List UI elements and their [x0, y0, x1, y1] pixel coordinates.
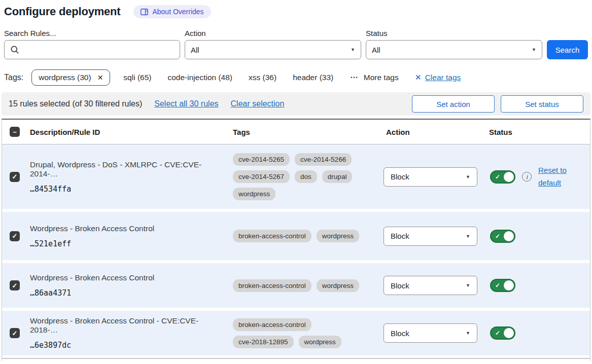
- ellipsis-icon: •••: [351, 75, 358, 80]
- tag-item-header[interactable]: header (33): [293, 73, 333, 82]
- tag-pill: broken-access-control: [233, 230, 311, 242]
- action-filter-field: Action All ▼: [185, 29, 361, 59]
- rule-id: …84534ffa: [30, 185, 225, 194]
- tags-label: Tags:: [4, 73, 23, 82]
- tag-pill: cve-2014-5266: [295, 153, 352, 166]
- selection-summary: 15 rules selected (of 30 filtered rules): [9, 99, 142, 108]
- check-icon: ✓: [495, 173, 500, 180]
- tag-pill: wordpress: [317, 279, 359, 292]
- column-header-tags: Tags: [229, 128, 384, 136]
- tags-bar: Tags: wordpress (30) ✕ sqli (65) code-in…: [0, 69, 592, 86]
- rules-table: − Description/Rule ID Tags Action Status…: [2, 119, 590, 361]
- chevron-down-icon: ▼: [466, 174, 470, 179]
- tag-item-xss[interactable]: xss (36): [249, 73, 276, 82]
- action-value: Block: [391, 232, 409, 240]
- rule-tags: broken-access-control wordpress: [229, 224, 369, 248]
- tag-pill: wordpress: [317, 230, 359, 242]
- action-select[interactable]: Block ▼: [384, 227, 477, 246]
- search-button[interactable]: Search: [547, 40, 588, 59]
- action-filter-label: Action: [185, 29, 361, 38]
- configure-deployment-page: Configure deployment About Overrides Sea…: [0, 0, 592, 361]
- chevron-down-icon: ▼: [466, 331, 470, 336]
- rule-tags: broken-access-control cve-2018-12895 wor…: [229, 312, 369, 354]
- table-row: ✓ Wordpress - Broken Access Control …521…: [2, 212, 590, 260]
- search-icon: [10, 45, 19, 54]
- rule-tags: broken-access-control wordpress: [229, 273, 369, 298]
- clear-selection-link[interactable]: Clear selection: [231, 99, 285, 108]
- table-header: − Description/Rule ID Tags Action Status: [2, 120, 590, 144]
- chevron-down-icon: ▼: [466, 283, 470, 288]
- tag-pill: cve-2014-5267: [233, 170, 290, 183]
- page-header: Configure deployment About Overrides: [0, 0, 592, 18]
- row-checkbox[interactable]: ✓: [10, 280, 20, 290]
- search-rules-input[interactable]: [4, 40, 180, 59]
- status-filter-value: All: [372, 46, 380, 54]
- reset-to-default-link[interactable]: Reset to default: [538, 164, 571, 190]
- action-select[interactable]: Block ▼: [384, 323, 477, 343]
- toggle-knob: [504, 280, 514, 290]
- action-value: Block: [391, 281, 409, 290]
- status-filter-label: Status: [366, 29, 542, 38]
- status-toggle[interactable]: ✓: [490, 230, 515, 243]
- status-filter-select[interactable]: All ▼: [366, 40, 542, 59]
- tag-item-code-injection[interactable]: code-injection (48): [168, 73, 233, 82]
- info-icon[interactable]: i: [522, 172, 532, 181]
- remove-tag-icon[interactable]: ✕: [97, 74, 103, 82]
- action-select[interactable]: Block ▼: [384, 276, 477, 295]
- chevron-down-icon: ▼: [351, 47, 355, 52]
- action-value: Block: [391, 329, 409, 338]
- page-title: Configure deployment: [4, 5, 120, 18]
- about-overrides-label: About Overrides: [152, 8, 203, 16]
- rule-id: …521e1eff: [30, 239, 225, 248]
- tag-pill: broken-access-control: [233, 318, 311, 331]
- tag-item-sqli[interactable]: sqli (65): [123, 73, 151, 82]
- clear-tags-button[interactable]: ✕ Clear tags: [415, 73, 461, 82]
- more-tags-label: More tags: [364, 73, 399, 82]
- set-action-button[interactable]: Set action: [412, 95, 495, 113]
- check-icon: ✓: [495, 330, 500, 337]
- selection-bar: 15 rules selected (of 30 filtered rules)…: [2, 92, 590, 116]
- column-header-description: Description/Rule ID: [26, 128, 229, 136]
- status-toggle[interactable]: ✓: [490, 170, 515, 184]
- row-checkbox[interactable]: ✓: [10, 172, 20, 182]
- tag-pill: wordpress: [299, 336, 341, 348]
- rule-id: …86aa4371: [30, 288, 225, 298]
- row-checkbox[interactable]: ✓: [10, 328, 20, 338]
- more-tags-button[interactable]: ••• More tags: [351, 73, 398, 82]
- tag-pill: broken-access-control: [233, 279, 311, 292]
- selected-tag-wordpress[interactable]: wordpress (30) ✕: [31, 69, 110, 86]
- action-filter-value: All: [191, 46, 199, 54]
- tag-pill: dos: [295, 170, 317, 183]
- book-icon: [141, 9, 148, 15]
- toggle-knob: [504, 172, 514, 182]
- check-icon: ✓: [495, 282, 500, 289]
- column-header-status: Status: [485, 128, 590, 136]
- tag-pill: wordpress: [233, 188, 275, 200]
- row-checkbox[interactable]: ✓: [10, 231, 20, 241]
- select-all-link[interactable]: Select all 30 rules: [154, 99, 218, 108]
- chevron-down-icon: ▼: [532, 47, 536, 52]
- table-row: ✓ Wordpress - Broken Access Control …86a…: [2, 263, 590, 308]
- clear-tags-label: Clear tags: [425, 73, 461, 82]
- selected-tag-label: wordpress (30): [39, 73, 91, 82]
- select-all-checkbox[interactable]: −: [10, 127, 20, 137]
- action-value: Block: [391, 172, 409, 181]
- action-select[interactable]: Block ▼: [384, 167, 477, 187]
- rule-description: Wordpress - Broken Access Control: [30, 273, 225, 282]
- about-overrides-badge[interactable]: About Overrides: [133, 5, 211, 18]
- rule-id: …6e3897dc: [30, 341, 225, 350]
- rule-description: Wordpress - Broken Access Control: [30, 224, 225, 233]
- bulk-actions: Set action Set status: [412, 95, 583, 113]
- set-status-button[interactable]: Set status: [501, 95, 583, 113]
- status-toggle[interactable]: ✓: [490, 279, 515, 292]
- toggle-knob: [504, 231, 514, 241]
- search-rules-label: Search Rules...: [4, 29, 180, 38]
- table-row: ✓ Wordpress - Broken Access Control - CV…: [2, 311, 590, 355]
- action-filter-select[interactable]: All ▼: [185, 40, 361, 59]
- check-icon: ✓: [495, 233, 500, 240]
- tag-pill: drupal: [322, 170, 353, 183]
- column-header-action: Action: [384, 128, 485, 136]
- tag-pill: cve-2018-12895: [233, 336, 294, 348]
- status-toggle[interactable]: ✓: [490, 326, 515, 340]
- rule-tags: cve-2014-5265 cve-2014-5266 cve-2014-526…: [229, 147, 369, 206]
